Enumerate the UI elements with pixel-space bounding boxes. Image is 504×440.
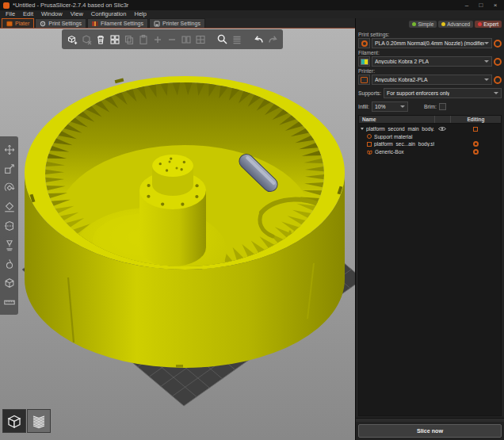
remove-instance-icon[interactable] (166, 33, 178, 45)
left-toolbar (0, 136, 18, 315)
3d-editor-view-button[interactable] (2, 409, 26, 433)
rotate-icon[interactable] (2, 181, 16, 194)
object-list: platform_second_main_body.stl Support ma… (358, 124, 502, 416)
redo-icon[interactable] (267, 33, 279, 45)
printer-icon (154, 21, 160, 27)
cut-icon[interactable] (2, 219, 16, 232)
mode-advanced[interactable]: Advanced (438, 21, 473, 28)
supports-select[interactable]: For support enforcers only (384, 88, 502, 98)
support-material-icon (367, 134, 372, 139)
add-object-icon[interactable] (66, 33, 78, 45)
print-profile-icon (358, 38, 370, 48)
move-icon[interactable] (2, 143, 16, 156)
view-toggles (2, 409, 51, 433)
object-row-support-material[interactable]: Support material (359, 133, 501, 141)
printer-label: Printer: (358, 68, 502, 74)
maximize-button[interactable]: □ (475, 0, 487, 10)
delete-all-icon[interactable] (94, 33, 106, 45)
editing-box-icon[interactable] (473, 127, 478, 132)
eye-icon[interactable] (434, 126, 450, 132)
object-row-sub-body[interactable]: platform_sec...ain_body.stl (359, 140, 501, 148)
supports-label: Supports: (358, 90, 381, 96)
collapse-caret-icon[interactable] (361, 128, 364, 130)
print-settings-label: Print settings: (358, 32, 502, 37)
chevron-down-icon (484, 60, 489, 63)
plater-icon (6, 21, 13, 27)
printer-gear-button[interactable] (494, 76, 502, 84)
simple-dot-icon (412, 22, 416, 26)
filament-select[interactable]: Anycubic Kobra 2 PLA (372, 56, 492, 67)
add-instance-icon[interactable] (151, 33, 163, 45)
model-platform-second-main-body[interactable] (25, 71, 345, 368)
menu-configuration[interactable]: Configuration (87, 10, 131, 18)
search-icon[interactable] (216, 33, 228, 45)
chevron-down-icon (484, 78, 489, 81)
chevron-down-icon (494, 92, 498, 94)
brim-checkbox[interactable] (439, 103, 446, 110)
slice-now-button[interactable]: Slice now (358, 424, 502, 438)
viewport-3d[interactable] (0, 29, 355, 440)
tab-printer-settings[interactable]: Printer Settings (149, 18, 205, 28)
top-toolbar (62, 29, 283, 49)
tab-bar: Plater Print Settings Filament Settings … (0, 18, 355, 29)
preview-view-button[interactable] (27, 409, 51, 433)
minimize-button[interactable]: – (461, 0, 472, 10)
seam-painting-icon[interactable] (2, 257, 16, 270)
undo-icon[interactable] (253, 33, 265, 45)
split-to-objects-icon[interactable] (180, 33, 192, 45)
measure-icon[interactable] (2, 295, 16, 308)
editing-column-header[interactable]: Editing (450, 116, 501, 123)
eye-column-header (434, 116, 450, 123)
variable-layer-height-icon[interactable] (231, 33, 242, 45)
filament-gear-button[interactable] (494, 58, 502, 66)
print-settings-gear-button[interactable] (494, 40, 502, 48)
filament-label: Filament: (358, 50, 502, 55)
object-row-generic-box[interactable]: Generic-Box (359, 148, 501, 156)
chevron-down-icon (484, 42, 489, 44)
paste-icon[interactable] (137, 33, 149, 45)
scale-icon[interactable] (2, 162, 16, 175)
mode-expert[interactable]: Expert (475, 21, 502, 28)
paint-on-supports-icon[interactable] (2, 238, 16, 251)
settings-gear-icon[interactable] (473, 149, 479, 155)
mmu-segmentation-icon[interactable] (2, 276, 16, 289)
infill-select[interactable]: 10% (372, 101, 408, 112)
chevron-down-icon (400, 105, 405, 108)
gear-icon (40, 21, 46, 27)
menu-view[interactable]: View (67, 10, 87, 18)
close-button[interactable]: × (490, 0, 501, 10)
tab-print-settings[interactable]: Print Settings (35, 18, 86, 28)
expert-dot-icon (478, 22, 482, 26)
scene-canvas[interactable] (0, 29, 355, 440)
filament-icon (92, 21, 98, 27)
settings-gear-icon[interactable] (473, 141, 479, 147)
tab-plater[interactable]: Plater (2, 18, 34, 28)
print-settings-select[interactable]: PLA 0.20mm Normal(0.4mm Nozzle) (modifie… (372, 38, 492, 48)
printer-glyph-icon (358, 75, 370, 85)
menu-edit[interactable]: Edit (19, 10, 37, 18)
delete-object-icon[interactable] (80, 33, 92, 45)
advanced-dot-icon (441, 22, 445, 26)
title-bar: *Untitled - PrusaSlicer-2.7.4 based on S… (0, 0, 504, 10)
object-list-header: Name Editing (358, 115, 502, 124)
mode-simple[interactable]: Simple (409, 21, 437, 28)
menu-help[interactable]: Help (130, 10, 150, 18)
box-modifier-icon (367, 149, 372, 155)
menu-window[interactable]: Window (37, 10, 67, 18)
arrange-icon[interactable] (109, 33, 120, 45)
window-title: *Untitled - PrusaSlicer-2.7.4 based on S… (13, 2, 458, 9)
menu-bar: File Edit Window View Configuration Help (0, 10, 504, 18)
app-logo-icon (3, 2, 10, 9)
menu-file[interactable]: File (2, 10, 19, 18)
sidebar: Simple Advanced Expert Print settings: P… (355, 18, 504, 440)
object-row-main-body[interactable]: platform_second_main_body.stl (359, 125, 501, 133)
copy-icon[interactable] (123, 33, 135, 45)
tab-filament-settings[interactable]: Filament Settings (87, 18, 148, 28)
name-column-header[interactable]: Name (359, 117, 434, 122)
mode-switcher: Simple Advanced Expert (358, 21, 502, 28)
split-to-parts-icon[interactable] (194, 33, 206, 45)
printer-select[interactable]: Anycubic Kobra2-PLA (372, 75, 492, 85)
part-icon (367, 142, 372, 147)
brim-label: Brim: (424, 104, 437, 109)
place-on-face-icon[interactable] (2, 200, 16, 213)
